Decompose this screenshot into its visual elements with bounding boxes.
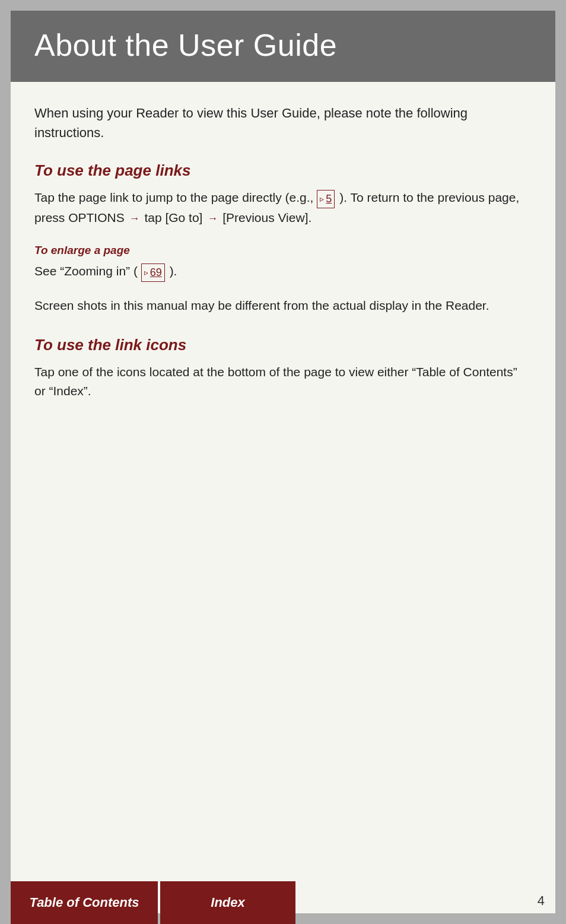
section-page-links: To use the page links Tap the page link … bbox=[34, 161, 532, 227]
link-arrow-icon-2: ▹ bbox=[144, 266, 148, 279]
section2-body: See “Zooming in” ( ▹ 69 ). bbox=[34, 262, 532, 282]
index-button[interactable]: Index bbox=[160, 881, 295, 924]
index-button-label: Index bbox=[211, 895, 244, 910]
section1-heading: To use the page links bbox=[34, 161, 532, 180]
section2-text-part1: See “Zooming in” ( bbox=[34, 264, 138, 278]
section-enlarge-page: To enlarge a page See “Zooming in” ( ▹ 6… bbox=[34, 244, 532, 282]
link-page-5[interactable]: 5 bbox=[326, 191, 332, 207]
page-header: About the User Guide bbox=[11, 11, 555, 82]
page-title: About the User Guide bbox=[34, 27, 532, 63]
section3-body: Tap one of the icons located at the bott… bbox=[34, 363, 532, 400]
toc-button[interactable]: Table of Contents bbox=[11, 881, 158, 924]
toc-button-label: Table of Contents bbox=[30, 895, 139, 910]
link-arrow-icon: ▹ bbox=[320, 193, 324, 205]
arrow-icon-1: → bbox=[129, 211, 140, 227]
section2-heading: To enlarge a page bbox=[34, 244, 532, 257]
section2-text-part2: ). bbox=[170, 264, 177, 278]
section1-body: Tap the page link to jump to the page di… bbox=[34, 188, 532, 227]
section1-text-part1: Tap the page link to jump to the page di… bbox=[34, 190, 317, 204]
page-link-69[interactable]: ▹ 69 bbox=[141, 263, 165, 282]
link-page-69[interactable]: 69 bbox=[150, 265, 162, 281]
intro-text: When using your Reader to view this User… bbox=[34, 103, 532, 142]
section-link-icons: To use the link icons Tap one of the ico… bbox=[34, 336, 532, 400]
section3-heading: To use the link icons bbox=[34, 336, 532, 354]
arrow-icon-2: → bbox=[207, 211, 218, 227]
screenshots-note: Screen shots in this manual may be diffe… bbox=[34, 296, 532, 315]
section1-text-part4: [Previous View]. bbox=[222, 211, 311, 224]
page-container: About the User Guide When using your Rea… bbox=[11, 11, 555, 913]
page-link-5[interactable]: ▹ 5 bbox=[317, 190, 335, 208]
page-footer: Table of Contents Index bbox=[11, 881, 555, 924]
section1-text-part3: tap [Go to] bbox=[144, 211, 206, 224]
page-number: 4 bbox=[538, 893, 545, 909]
page-content: When using your Reader to view this User… bbox=[11, 82, 555, 913]
